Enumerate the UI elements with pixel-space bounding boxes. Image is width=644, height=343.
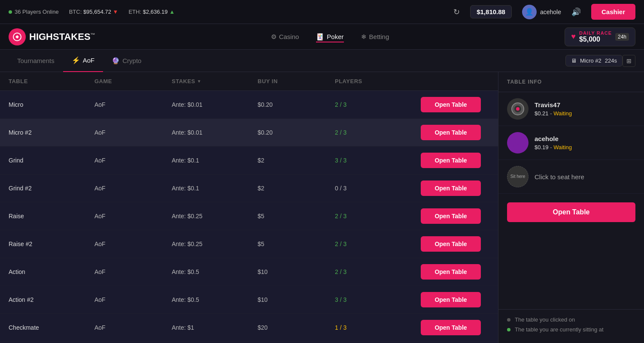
sidebar-header: Table Info [498,72,644,92]
sit-here-entry[interactable]: Sit here Click to seat here [498,160,644,194]
players-count: 2 / 3 [335,268,421,275]
main-content: Table Game Stakes ▼ Buy In Players Micro… [0,72,644,343]
table-headers: Table Game Stakes ▼ Buy In Players [0,72,498,91]
table-row[interactable]: Checkmate AoF Ante: $1 $20 1 / 3 Open Ta… [0,314,498,342]
game-name: AoF [94,324,172,331]
table-row[interactable]: Micro #2 AoF Ante: $0.01 $0.20 2 / 3 Ope… [0,119,498,147]
open-table-cell: Open Table [421,208,489,224]
player-name-travis: Travis47 [535,101,635,108]
players-count: 2 / 3 [335,241,421,247]
subnav-crypto[interactable]: 🔮 Crypto [103,50,150,72]
refresh-button[interactable]: ↻ [453,7,460,17]
buyin-value: $2 [258,185,335,192]
open-table-cell: Open Table [421,264,489,280]
table-name: Raise #2 [9,241,94,247]
logo: HIGHSTAKES™ [9,28,95,45]
open-table-button[interactable]: Open Table [421,208,481,224]
cashier-button[interactable]: Cashier [591,4,635,20]
table-badge: 🖥 Micro #2 224s [565,55,623,66]
open-table-button[interactable]: Open Table [421,125,481,140]
game-name: AoF [94,241,172,247]
subnav-aof[interactable]: ⚡ AoF [63,50,103,72]
game-name: AoF [94,157,172,164]
open-table-cell: Open Table [421,125,489,140]
sit-here-label[interactable]: Click to seat here [535,173,584,181]
legend-dot-gray [507,318,510,322]
eth-price: ETH: $2,636.19 ▲ [128,9,175,15]
expand-button[interactable]: ⊞ [623,55,635,67]
open-table-cell: Open Table [421,292,489,307]
table-row[interactable]: Grind #2 AoF Ante: $0.1 $2 0 / 3 Open Ta… [0,175,498,202]
table-row[interactable]: Raise AoF Ante: $0.25 $5 2 / 3 Open Tabl… [0,202,498,230]
open-table-button[interactable]: Open Table [421,320,481,335]
open-table-button[interactable]: Open Table [421,236,481,252]
game-name: AoF [94,296,172,303]
game-name: AoF [94,185,172,192]
players-count: 2 / 3 [335,129,421,136]
avatar: 👤 [522,5,537,19]
daily-race-icon: ♥ [571,32,576,41]
table-name: Micro #2 [9,129,94,136]
logo-icon [9,28,26,45]
sub-nav: Tournaments ⚡ AoF 🔮 Crypto 🖥 Micro #2 22… [0,50,644,72]
table-row[interactable]: Grind AoF Ante: $0.1 $2 3 / 3 Open Table [0,147,498,175]
table-name: Checkmate [9,324,94,331]
username: acehole [540,9,561,15]
daily-race: ♥ DAILY RACE $5,000 24h [565,27,635,46]
buyin-value: $0.20 [258,129,335,136]
nav-poker[interactable]: 🃏 Poker [316,31,343,42]
open-table-button[interactable]: Open Table [421,264,481,280]
buyin-value: $10 [258,296,335,303]
stakes-value: Ante: $0.25 [172,213,258,220]
sound-button[interactable]: 🔊 [571,7,581,17]
buyin-value: $20 [258,324,335,331]
open-table-button[interactable]: Open Table [421,97,481,112]
col-game: Game [94,78,172,84]
col-players: Players [335,78,421,84]
sidebar: Table Info Travis47 $0.21 - Waiting [498,72,644,343]
open-table-large-button[interactable]: Open Table [507,202,635,222]
svg-point-4 [515,138,521,144]
stakes-value: Ante: $0.25 [172,241,258,247]
stakes-value: Ante: $0.5 [172,296,258,303]
nav-casino[interactable]: ⚙ Casino [271,31,299,42]
table-name: Micro [9,101,94,108]
crypto-icon: 🔮 [112,57,120,65]
player-avatar-acehole [507,132,529,153]
player-entry-acehole: acehole $0.19 - Waiting [498,126,644,160]
top-bar: 36 Players Online BTC: $95,654.72 ▼ ETH:… [0,0,644,24]
open-table-cell: Open Table [421,97,489,112]
table-row[interactable]: Micro AoF Ante: $0.01 $0.20 2 / 3 Open T… [0,91,498,119]
game-name: AoF [94,213,172,220]
game-name: AoF [94,129,172,136]
legend-section: The table you clicked on The table you a… [498,309,644,343]
legend-dot-green [507,328,510,331]
buyin-value: $10 [258,268,335,275]
buyin-value: $2 [258,157,335,164]
table-row[interactable]: Raise #2 AoF Ante: $0.25 $5 2 / 3 Open T… [0,230,498,258]
open-table-button[interactable]: Open Table [421,292,481,307]
table-row[interactable]: Action AoF Ante: $0.5 $10 2 / 3 Open Tab… [0,258,498,286]
game-name: AoF [94,268,172,275]
open-table-button[interactable]: Open Table [421,153,481,168]
stakes-value: Ante: $0.5 [172,268,258,275]
buyin-value: $0.20 [258,101,335,108]
nav-betting[interactable]: ❄ Betting [361,31,389,42]
balance-display: $1,810.88 [470,5,512,18]
sit-here-circle[interactable]: Sit here [507,166,529,187]
player-entry-travis: Travis47 $0.21 - Waiting [498,92,644,126]
subnav-tournaments[interactable]: Tournaments [9,50,63,72]
online-dot [9,10,12,14]
btc-price: BTC: $95,654.72 ▼ [69,9,118,15]
player-status-acehole: $0.19 - Waiting [535,144,635,150]
table-list: Table Game Stakes ▼ Buy In Players Micro… [0,72,498,343]
player-status-travis: $0.21 - Waiting [535,110,635,117]
casino-icon: ⚙ [271,33,276,41]
players-count: 2 / 3 [335,213,421,220]
table-name: Action #2 [9,296,94,303]
table-row[interactable]: Action #2 AoF Ante: $0.5 $10 3 / 3 Open … [0,286,498,314]
open-table-cell: Open Table [421,153,489,168]
open-table-button[interactable]: Open Table [421,181,481,196]
legend-item-clicked: The table you clicked on [507,316,635,323]
nav-bar: HIGHSTAKES™ ⚙ Casino 🃏 Poker ❄ Betting ♥… [0,24,644,50]
